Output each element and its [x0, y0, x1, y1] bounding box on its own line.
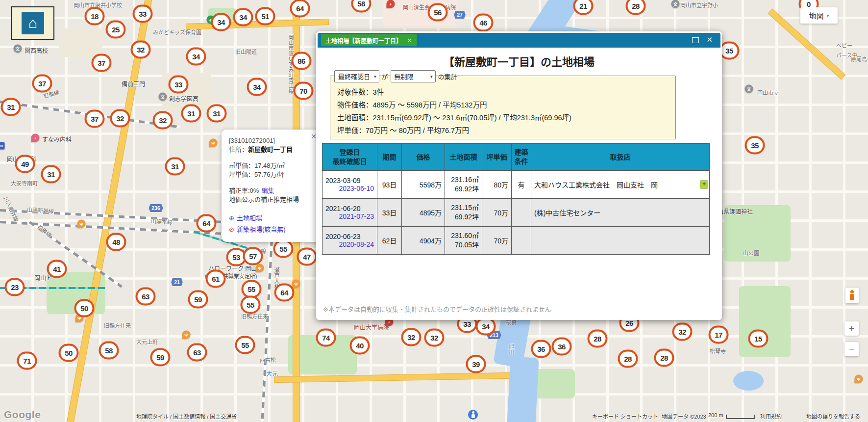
price-marker[interactable]: 55 [241, 296, 261, 314]
price-marker[interactable]: 71 [17, 352, 37, 370]
price-marker[interactable]: 31 [207, 105, 227, 123]
school-icon[interactable]: 文 [159, 93, 167, 101]
price-marker[interactable]: 31 [41, 165, 61, 184]
price-marker[interactable]: 32 [110, 109, 130, 128]
field-select[interactable]: 最終確認日▾ [334, 70, 379, 82]
price-marker[interactable]: 46 [473, 14, 494, 32]
price-marker[interactable]: 49 [15, 155, 35, 173]
price-marker[interactable]: 17 [709, 326, 729, 344]
price-marker[interactable]: 31 [181, 105, 201, 123]
terms-link[interactable]: 利用規約 [760, 412, 782, 420]
price-marker[interactable]: 55 [273, 240, 294, 258]
price-marker[interactable]: 55 [235, 336, 255, 354]
restaurant-icon[interactable]: Ψ [292, 280, 300, 288]
price-marker[interactable]: 37 [85, 110, 105, 128]
price-marker[interactable]: 57 [243, 247, 263, 265]
restaurant-icon[interactable]: Ψ [77, 220, 86, 228]
price-marker[interactable]: 40 [350, 337, 370, 355]
restaurant-icon[interactable]: Ψ [182, 331, 191, 339]
price-marker[interactable]: 56 [428, 3, 448, 22]
price-marker[interactable]: 63 [136, 288, 156, 306]
range-select[interactable]: 無制限▾ [391, 70, 436, 82]
price-marker[interactable]: 50 [59, 344, 79, 362]
school-icon[interactable]: 文 [671, 0, 680, 8]
price-marker[interactable]: 50 [74, 299, 95, 317]
hospital-icon[interactable]: + [387, 0, 395, 8]
clinic-icon[interactable]: + [31, 134, 40, 142]
price-marker[interactable]: 61 [206, 270, 226, 288]
price-marker[interactable]: 86 [292, 52, 312, 70]
price-marker[interactable]: 35 [745, 136, 765, 155]
price-marker[interactable]: 28 [626, 0, 646, 15]
station-icon[interactable]: JR [0, 142, 5, 150]
expand-icon[interactable]: + [700, 181, 708, 189]
dialog-titlebar[interactable]: 土地相場【新屋敷町一丁目】 ✕ ✕ [318, 33, 720, 48]
price-marker[interactable]: 32 [131, 41, 151, 59]
school-icon[interactable]: 文 [14, 45, 22, 53]
restaurant-icon[interactable]: Ψ [209, 139, 218, 147]
window-close-icon[interactable]: ✕ [706, 35, 713, 44]
keyboard-shortcuts-link[interactable]: キーボード ショートカット [592, 412, 658, 420]
pegman-control[interactable] [845, 288, 859, 303]
restaurant-icon[interactable]: Ψ [256, 264, 264, 272]
price-marker[interactable]: 35 [719, 42, 740, 60]
price-marker[interactable]: 58 [99, 342, 119, 360]
home-button[interactable]: ⌂ [11, 6, 54, 40]
price-marker[interactable]: 59 [188, 290, 208, 309]
price-marker[interactable]: 70 [294, 82, 314, 100]
restaurant-icon[interactable]: Ψ [855, 375, 863, 383]
price-marker[interactable]: 34 [186, 48, 206, 66]
window-restore-icon[interactable] [692, 37, 699, 43]
price-marker[interactable]: 28 [654, 349, 674, 367]
price-marker[interactable]: 21 [573, 0, 594, 15]
price-marker[interactable]: 74 [316, 329, 336, 347]
price-marker[interactable]: 33 [169, 76, 189, 94]
price-marker[interactable]: 32 [672, 323, 693, 341]
new-build-market-link[interactable]: ⊘ 新築相場(該当無) [229, 225, 315, 234]
land-market-link[interactable]: ⊕ 土地相場 [229, 214, 315, 223]
price-marker[interactable]: 32 [401, 328, 422, 346]
confirmed-date-link[interactable]: 2021-07-23 [325, 212, 374, 220]
price-marker[interactable]: 58 [351, 0, 372, 13]
confirmed-date-link[interactable]: 2023-06-10 [325, 185, 374, 192]
price-marker[interactable]: 37 [32, 75, 52, 93]
price-marker[interactable]: 32 [153, 111, 173, 130]
price-marker[interactable]: 36 [531, 340, 551, 358]
confirmed-date-link[interactable]: 2020-08-24 [325, 240, 374, 248]
price-marker[interactable]: 48 [106, 233, 126, 251]
price-marker[interactable]: 34 [233, 8, 253, 26]
price-marker[interactable]: 59 [150, 348, 171, 367]
price-marker[interactable]: 64 [290, 0, 310, 18]
price-marker[interactable]: 33 [133, 5, 153, 23]
price-marker[interactable]: 34 [247, 78, 267, 96]
edit-link[interactable]: 編集 [261, 187, 274, 194]
price-marker[interactable]: 64 [197, 214, 217, 233]
credit-icon[interactable] [468, 410, 478, 420]
price-marker[interactable]: 47 [297, 248, 317, 266]
zoom-in-button[interactable]: + [844, 321, 859, 336]
price-marker[interactable]: 28 [588, 330, 608, 348]
price-marker[interactable]: 51 [255, 7, 275, 26]
price-marker[interactable]: 37 [92, 54, 112, 72]
price-marker[interactable]: 28 [618, 350, 638, 368]
price-marker[interactable]: 39 [466, 355, 486, 373]
price-marker[interactable]: 15 [748, 330, 769, 348]
price-marker[interactable]: 23 [5, 278, 25, 296]
price-marker[interactable]: 63 [187, 343, 207, 362]
map-type-button[interactable]: 地図 ▾ [800, 7, 838, 24]
zoom-out-button[interactable]: − [844, 342, 859, 356]
price-marker[interactable]: 34 [211, 13, 231, 31]
school-icon[interactable]: 文 [745, 85, 753, 93]
price-marker[interactable]: 31 [1, 98, 21, 116]
price-marker[interactable]: 32 [424, 329, 445, 347]
price-marker[interactable]: 34 [476, 317, 496, 336]
price-marker[interactable]: 41 [47, 260, 67, 278]
price-marker[interactable]: 31 [165, 158, 185, 176]
dialog-tab[interactable]: 土地相場【新屋敷町一丁目】 ✕ [321, 34, 417, 46]
price-marker[interactable]: 36 [552, 338, 572, 356]
price-marker[interactable]: 18 [85, 7, 105, 26]
price-marker[interactable]: 25 [106, 21, 126, 39]
price-marker[interactable]: 64 [274, 284, 295, 302]
report-error-link[interactable]: 地図の誤りを報告する [806, 412, 860, 420]
tab-close-icon[interactable]: ✕ [407, 37, 412, 44]
